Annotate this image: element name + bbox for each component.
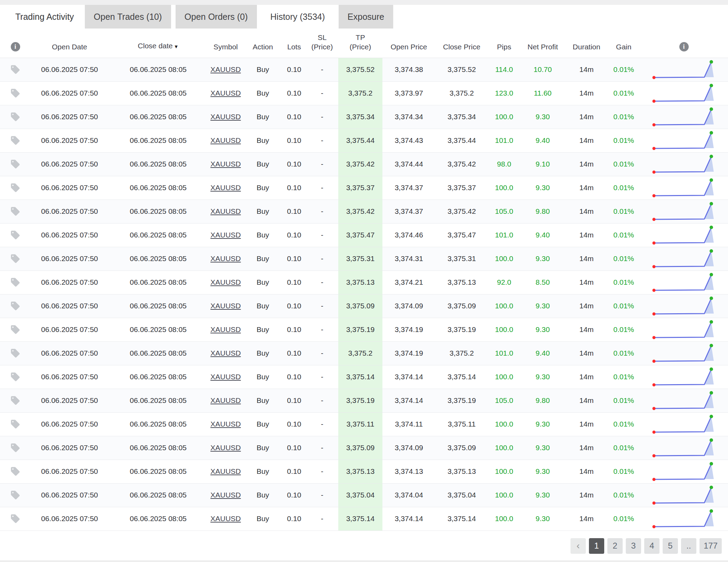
- tag-icon[interactable]: [10, 443, 21, 451]
- pagination-page-button[interactable]: 1: [589, 538, 604, 554]
- symbol-link[interactable]: XAUUSD: [210, 444, 241, 452]
- symbol-link[interactable]: XAUUSD: [210, 349, 241, 357]
- symbol-link[interactable]: XAUUSD: [210, 254, 241, 262]
- header-pips[interactable]: Pips: [488, 29, 520, 58]
- pagination-page-button[interactable]: 5: [663, 538, 678, 554]
- header-sl-price[interactable]: SL (Price): [306, 29, 338, 58]
- tag-icon[interactable]: [10, 420, 21, 428]
- tag-icon[interactable]: [10, 65, 21, 73]
- header-open-price[interactable]: Open Price: [382, 29, 435, 58]
- tag-icon[interactable]: [10, 372, 21, 380]
- trade-sparkline[interactable]: [652, 508, 715, 530]
- symbol-link[interactable]: XAUUSD: [210, 373, 241, 381]
- tag-icon[interactable]: [10, 230, 21, 238]
- tab-open-orders[interactable]: Open Orders (0): [176, 5, 257, 29]
- symbol-link[interactable]: XAUUSD: [210, 420, 241, 428]
- symbol-link[interactable]: XAUUSD: [210, 396, 241, 404]
- pagination-page-button[interactable]: 177: [699, 538, 722, 554]
- header-duration[interactable]: Duration: [565, 29, 608, 58]
- header-action[interactable]: Action: [243, 29, 282, 58]
- cell-sl-price: -: [306, 365, 338, 389]
- symbol-link[interactable]: XAUUSD: [210, 89, 241, 97]
- trade-sparkline[interactable]: [652, 295, 715, 317]
- header-net-profit[interactable]: Net Profit: [520, 29, 565, 58]
- trade-sparkline[interactable]: [652, 106, 715, 128]
- symbol-link[interactable]: XAUUSD: [210, 65, 241, 73]
- tag-icon-cell: [0, 58, 31, 81]
- trade-sparkline[interactable]: [652, 414, 715, 435]
- symbol-link[interactable]: XAUUSD: [210, 491, 241, 499]
- cell-net-profit: 9.30: [520, 318, 565, 341]
- trade-sparkline[interactable]: [652, 154, 715, 175]
- header-close-price[interactable]: Close Price: [435, 29, 488, 58]
- tag-icon[interactable]: [10, 278, 21, 286]
- trade-sparkline[interactable]: [652, 461, 715, 483]
- trade-sparkline[interactable]: [652, 319, 715, 341]
- pagination-page-button[interactable]: ..: [681, 538, 696, 554]
- header-gain[interactable]: Gain: [608, 29, 640, 58]
- table-row: 06.06.2025 07:5006.06.2025 08:05XAUUSDBu…: [0, 365, 728, 389]
- pagination-page-button[interactable]: 2: [607, 538, 623, 554]
- cell-action: Buy: [243, 412, 282, 436]
- trade-sparkline[interactable]: [652, 201, 715, 222]
- symbol-link[interactable]: XAUUSD: [210, 231, 241, 239]
- symbol-link[interactable]: XAUUSD: [210, 207, 241, 215]
- header-tp-price[interactable]: TP (Price): [338, 29, 382, 58]
- pagination-page-button[interactable]: 3: [626, 538, 641, 554]
- trade-sparkline[interactable]: [652, 248, 715, 270]
- trade-sparkline[interactable]: [652, 390, 715, 412]
- tag-icon[interactable]: [10, 207, 21, 215]
- trade-sparkline[interactable]: [652, 272, 715, 293]
- header-open-date[interactable]: Open Date: [31, 29, 108, 58]
- cell-sl-price: -: [306, 436, 338, 460]
- trade-sparkline[interactable]: [652, 437, 715, 459]
- tag-icon[interactable]: [10, 160, 21, 168]
- tag-icon[interactable]: [10, 301, 21, 309]
- header-symbol[interactable]: Symbol: [208, 29, 243, 58]
- trade-sparkline[interactable]: [652, 177, 715, 199]
- trade-sparkline[interactable]: [652, 366, 715, 388]
- info-icon[interactable]: i: [679, 42, 689, 51]
- symbol-link[interactable]: XAUUSD: [210, 467, 241, 475]
- symbol-link[interactable]: XAUUSD: [210, 325, 241, 333]
- trade-sparkline[interactable]: [652, 130, 715, 152]
- tag-icon[interactable]: [10, 89, 21, 97]
- cell-sl-price: -: [306, 389, 338, 412]
- symbol-link[interactable]: XAUUSD: [210, 160, 241, 168]
- trade-sparkline[interactable]: [652, 485, 715, 506]
- trade-sparkline[interactable]: [652, 83, 715, 104]
- header-close-date[interactable]: Close date▼: [108, 29, 208, 58]
- tag-icon[interactable]: [10, 514, 21, 522]
- info-icon[interactable]: i: [11, 42, 20, 51]
- header-lots[interactable]: Lots: [282, 29, 306, 58]
- tab-exposure[interactable]: Exposure: [339, 5, 394, 29]
- table-row: 06.06.2025 07:5006.06.2025 08:05XAUUSDBu…: [0, 412, 728, 436]
- symbol-link[interactable]: XAUUSD: [210, 278, 241, 286]
- symbol-link[interactable]: XAUUSD: [210, 302, 241, 310]
- tag-icon[interactable]: [10, 254, 21, 262]
- trade-sparkline[interactable]: [652, 343, 715, 364]
- tab-open-trades[interactable]: Open Trades (10): [85, 5, 171, 29]
- symbol-link[interactable]: XAUUSD: [210, 184, 241, 192]
- cell-open-price: 3,374.31: [382, 247, 435, 270]
- tag-icon[interactable]: [10, 112, 21, 120]
- trade-sparkline[interactable]: [652, 225, 715, 246]
- trade-sparkline[interactable]: [652, 59, 715, 81]
- tag-icon[interactable]: [10, 136, 21, 144]
- tag-icon[interactable]: [10, 396, 21, 404]
- tag-icon[interactable]: [10, 349, 21, 357]
- symbol-link[interactable]: XAUUSD: [210, 136, 241, 144]
- cell-tp-price: 3,375.19: [338, 318, 382, 341]
- tag-icon[interactable]: [10, 491, 21, 499]
- symbol-link[interactable]: XAUUSD: [210, 113, 241, 121]
- tab-trading-activity[interactable]: Trading Activity: [15, 5, 74, 29]
- tag-icon[interactable]: [10, 325, 21, 333]
- tag-icon[interactable]: [10, 183, 21, 191]
- pagination-prev-button[interactable]: ‹: [571, 538, 586, 554]
- tag-icon[interactable]: [10, 467, 21, 475]
- tab-history[interactable]: History (3534): [261, 5, 334, 29]
- pagination-page-button[interactable]: 4: [644, 538, 660, 554]
- cell-action: Buy: [243, 247, 282, 270]
- cell-action: Buy: [243, 365, 282, 389]
- symbol-link[interactable]: XAUUSD: [210, 515, 241, 523]
